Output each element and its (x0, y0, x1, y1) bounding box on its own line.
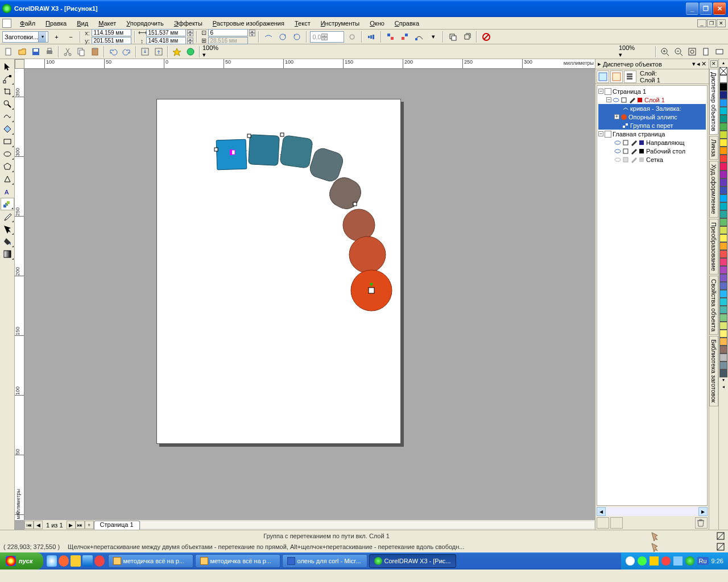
next-page-button[interactable]: ▶ (67, 521, 76, 529)
color-swatch[interactable] (719, 75, 727, 83)
task-1[interactable]: методичка всё на р... (108, 554, 193, 568)
menu-layout[interactable]: Макет (93, 19, 121, 28)
fill-tool[interactable] (1, 235, 14, 248)
paste-button[interactable] (89, 45, 101, 58)
x-position-input[interactable] (92, 29, 131, 36)
crop-tool[interactable] (1, 85, 14, 98)
palette-flyout[interactable]: ◂ (719, 384, 727, 391)
loop-button[interactable] (346, 31, 358, 43)
color-swatch[interactable] (719, 226, 727, 234)
menu-tools[interactable]: Инструменты (316, 19, 365, 28)
color-swatch[interactable] (719, 178, 727, 186)
color-swatch[interactable] (719, 123, 727, 131)
width-input[interactable] (146, 29, 186, 36)
color-swatch[interactable] (719, 361, 727, 369)
undo-button[interactable] (107, 45, 119, 58)
color-swatch[interactable] (719, 107, 727, 115)
vtab-transform[interactable]: Преобразование (709, 219, 718, 275)
menu-text[interactable]: Текст (289, 19, 316, 28)
color-swatch[interactable] (719, 306, 727, 314)
task-3[interactable]: олень для corl - Micr... (282, 554, 367, 568)
cw-blend-button[interactable] (276, 31, 289, 43)
import-button[interactable] (139, 45, 151, 58)
color-swatch[interactable] (719, 83, 727, 91)
task-2[interactable]: методичка всё на р... (195, 554, 280, 568)
tray-icon-6[interactable] (685, 556, 694, 566)
zoom-all-button[interactable] (713, 45, 726, 58)
blend-tool[interactable] (1, 198, 14, 210)
shape-tool[interactable] (1, 73, 14, 85)
menu-effects[interactable]: Эффекты (169, 19, 208, 28)
zoom-dropdown-2[interactable]: 100%▾ (619, 44, 653, 59)
docker-tabs-close[interactable]: ✕ (710, 60, 718, 68)
steps-input[interactable] (208, 29, 248, 36)
menu-bitmaps[interactable]: Растровые изображения (208, 19, 289, 28)
object-tree[interactable]: −Страница 1 −Слой 1 кривая - Заливка: +О… (597, 85, 708, 506)
zoom-dropdown[interactable]: 100%▾ (202, 44, 237, 59)
color-swatch[interactable] (719, 131, 727, 139)
color-swatch[interactable] (719, 354, 727, 361)
print-button[interactable] (43, 45, 56, 58)
color-swatch[interactable] (719, 115, 727, 123)
color-swatch[interactable] (719, 274, 727, 282)
export-button[interactable] (152, 45, 165, 58)
color-swatch[interactable] (719, 194, 727, 202)
polygon-tool[interactable] (1, 160, 14, 173)
tray-icon-3[interactable] (650, 556, 659, 566)
color-swatch[interactable] (719, 202, 727, 210)
freehand-tool[interactable] (1, 110, 14, 123)
language-indicator[interactable]: Ru (697, 557, 709, 565)
new-layer-button[interactable] (597, 517, 609, 529)
color-swatch[interactable] (719, 314, 727, 322)
eyedropper-tool[interactable] (1, 210, 14, 223)
first-page-button[interactable]: ⏮ (24, 521, 34, 529)
mdi-minimize[interactable]: _ (697, 19, 706, 27)
outline-tool[interactable] (1, 223, 14, 235)
rectangle-tool[interactable] (1, 135, 14, 148)
zoom-tool[interactable] (1, 98, 14, 110)
start-button[interactable]: пуск (0, 552, 43, 569)
copy-button[interactable] (75, 45, 88, 58)
corel-online-button[interactable] (184, 45, 197, 58)
color-swatch[interactable] (719, 338, 727, 346)
end-object-button[interactable] (399, 31, 411, 43)
ql-4[interactable] (82, 555, 93, 567)
color-swatch[interactable] (719, 155, 727, 163)
interactive-fill-tool[interactable] (1, 248, 14, 260)
ql-2[interactable] (59, 555, 69, 567)
ellipse-tool[interactable] (1, 148, 14, 160)
tray-icon-4[interactable] (661, 556, 671, 566)
new-master-layer-button[interactable] (610, 517, 623, 529)
menu-arrange[interactable]: Упорядочить (121, 19, 168, 28)
mdi-restore[interactable]: ❐ (707, 19, 716, 27)
preset-dropdown[interactable]: Заготовки...▾ (2, 31, 48, 43)
color-swatch[interactable] (719, 234, 727, 242)
menu-file[interactable]: Файл (15, 19, 40, 28)
remove-preset-button[interactable]: − (64, 31, 77, 43)
accel-objects-button[interactable] (365, 31, 378, 43)
ql-5[interactable] (94, 555, 105, 567)
color-swatch[interactable] (719, 186, 727, 194)
pick-tool[interactable] (1, 60, 14, 73)
color-swatch[interactable] (719, 99, 727, 107)
basic-shapes-tool[interactable] (1, 173, 14, 185)
last-page-button[interactable]: ⏭ (76, 521, 85, 529)
blend-artwork[interactable] (201, 123, 406, 327)
h-scrollbar[interactable] (140, 521, 595, 529)
color-swatch[interactable] (719, 210, 727, 218)
direct-blend-button[interactable] (262, 31, 275, 43)
color-swatch[interactable] (719, 242, 727, 250)
save-button[interactable] (30, 45, 42, 58)
tray-icon-5[interactable] (673, 556, 682, 566)
close-button[interactable]: ✕ (713, 2, 726, 15)
y-position-input[interactable] (92, 37, 131, 44)
show-props-button[interactable] (597, 70, 609, 83)
edit-layers-button[interactable] (610, 70, 623, 83)
color-swatch[interactable] (719, 369, 727, 377)
task-4[interactable]: CorelDRAW X3 - [Рис... (369, 554, 456, 568)
open-button[interactable] (16, 45, 28, 58)
new-button[interactable] (2, 45, 15, 58)
mdi-close[interactable]: ✕ (717, 19, 726, 27)
color-swatch[interactable] (719, 147, 727, 155)
page-tab[interactable]: Страница 1 (94, 521, 140, 530)
